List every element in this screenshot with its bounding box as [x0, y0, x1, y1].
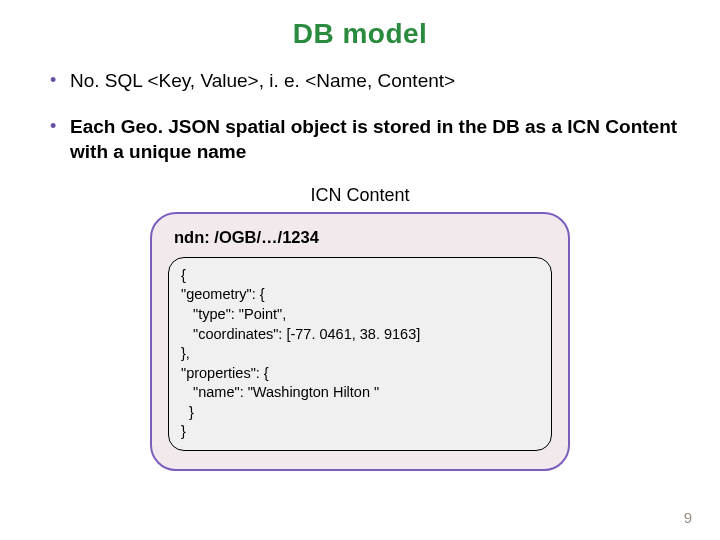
ndn-name: ndn: /OGB/…/1234: [174, 228, 552, 247]
page-number: 9: [684, 509, 692, 526]
bullet-2-text: Each Geo. JSON spatial object is stored …: [70, 116, 677, 163]
icn-content-label: ICN Content: [34, 185, 686, 206]
bullet-1: No. SQL <Key, Value>, i. e. <Name, Conte…: [48, 68, 686, 94]
bullet-2: Each Geo. JSON spatial object is stored …: [48, 114, 686, 165]
bullet-1-text: No. SQL <Key, Value>, i. e. <Name, Conte…: [70, 70, 455, 91]
geojson-snippet: { "geometry": { "type": "Point", "coordi…: [168, 257, 552, 451]
icn-content-box: ndn: /OGB/…/1234 { "geometry": { "type":…: [150, 212, 570, 471]
bullet-list: No. SQL <Key, Value>, i. e. <Name, Conte…: [48, 68, 686, 165]
slide-title: DB model: [34, 18, 686, 50]
